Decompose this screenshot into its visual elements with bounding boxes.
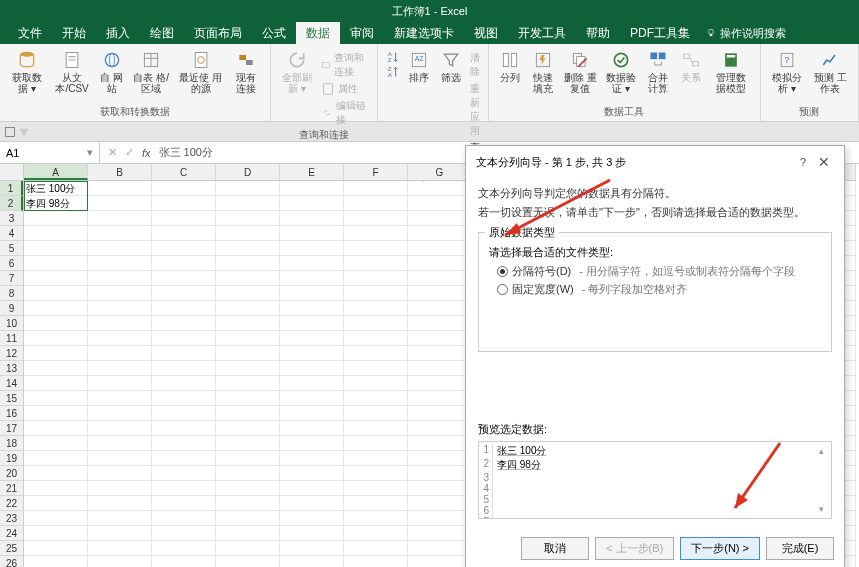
cell[interactable]: [24, 526, 88, 541]
cell[interactable]: [280, 226, 344, 241]
data-validation-button[interactable]: 数据验 证 ▾: [602, 48, 640, 96]
cell[interactable]: [280, 526, 344, 541]
refresh-all-button[interactable]: 全部刷新 ▾: [277, 48, 318, 128]
scroll-down-icon[interactable]: ▾: [819, 504, 829, 514]
select-all-corner[interactable]: [0, 164, 24, 181]
cell[interactable]: [344, 226, 408, 241]
consolidate-button[interactable]: 合并计算: [642, 48, 673, 96]
cell[interactable]: [152, 361, 216, 376]
row-header-18[interactable]: 18: [0, 436, 23, 451]
cell[interactable]: [408, 226, 472, 241]
cell[interactable]: [24, 451, 88, 466]
cell[interactable]: [408, 466, 472, 481]
cell[interactable]: [88, 241, 152, 256]
cell[interactable]: [152, 316, 216, 331]
cell[interactable]: [280, 376, 344, 391]
sort-desc-icon[interactable]: ZA: [386, 65, 400, 79]
cell[interactable]: [216, 316, 280, 331]
cell[interactable]: [408, 421, 472, 436]
cell[interactable]: [152, 376, 216, 391]
remove-dup-button[interactable]: 删除 重复值: [560, 48, 600, 96]
cell[interactable]: [152, 436, 216, 451]
cell[interactable]: [24, 511, 88, 526]
cell[interactable]: 张三 100分: [24, 181, 88, 196]
cell[interactable]: [24, 346, 88, 361]
cell[interactable]: [24, 211, 88, 226]
cell[interactable]: [24, 361, 88, 376]
tab-file[interactable]: 文件: [8, 22, 52, 44]
filter-button[interactable]: 筛选: [436, 48, 466, 170]
cell[interactable]: [280, 496, 344, 511]
cell[interactable]: [152, 256, 216, 271]
cell[interactable]: [216, 211, 280, 226]
cell[interactable]: 李四 98分: [24, 196, 88, 211]
cell[interactable]: [152, 391, 216, 406]
cell[interactable]: [216, 331, 280, 346]
cell[interactable]: [24, 271, 88, 286]
cell[interactable]: [24, 481, 88, 496]
recent-sources-button[interactable]: 最近使 用的源: [176, 48, 226, 96]
col-header-e[interactable]: E: [280, 164, 344, 180]
cell[interactable]: [408, 301, 472, 316]
cell[interactable]: [24, 331, 88, 346]
cell[interactable]: [216, 286, 280, 301]
cell[interactable]: [88, 316, 152, 331]
cell[interactable]: [408, 211, 472, 226]
cell[interactable]: [344, 511, 408, 526]
row-header-9[interactable]: 9: [0, 301, 23, 316]
cell[interactable]: [88, 421, 152, 436]
cancel-button[interactable]: 取消: [521, 537, 589, 560]
cell[interactable]: [344, 301, 408, 316]
accept-icon[interactable]: ✓: [125, 146, 134, 159]
cell[interactable]: [24, 406, 88, 421]
tab-draw[interactable]: 绘图: [140, 22, 184, 44]
cell[interactable]: [344, 361, 408, 376]
cell[interactable]: [216, 301, 280, 316]
cell[interactable]: [88, 451, 152, 466]
cell[interactable]: [344, 331, 408, 346]
tab-review[interactable]: 审阅: [340, 22, 384, 44]
row-header-15[interactable]: 15: [0, 391, 23, 406]
cell[interactable]: [408, 196, 472, 211]
cell[interactable]: [280, 196, 344, 211]
row-header-4[interactable]: 4: [0, 226, 23, 241]
cell[interactable]: [88, 226, 152, 241]
cell[interactable]: [24, 436, 88, 451]
cell[interactable]: [152, 181, 216, 196]
cell[interactable]: [280, 451, 344, 466]
cell[interactable]: [280, 286, 344, 301]
cell[interactable]: [344, 391, 408, 406]
cell[interactable]: [216, 346, 280, 361]
col-header-g[interactable]: G: [408, 164, 472, 180]
tab-insert[interactable]: 插入: [96, 22, 140, 44]
from-range-button[interactable]: 自表 格/区域: [129, 48, 174, 96]
cell[interactable]: [88, 526, 152, 541]
cell[interactable]: [344, 286, 408, 301]
cell[interactable]: [88, 556, 152, 567]
tab-layout[interactable]: 页面布局: [184, 22, 252, 44]
cell[interactable]: [216, 376, 280, 391]
col-header-b[interactable]: B: [88, 164, 152, 180]
get-data-button[interactable]: 获取数 据 ▾: [6, 48, 47, 96]
cancel-icon[interactable]: ✕: [108, 146, 117, 159]
cell[interactable]: [408, 406, 472, 421]
cell[interactable]: [152, 526, 216, 541]
cell[interactable]: [216, 391, 280, 406]
cell[interactable]: [88, 331, 152, 346]
cell[interactable]: [88, 346, 152, 361]
cell[interactable]: [88, 481, 152, 496]
row-header-19[interactable]: 19: [0, 451, 23, 466]
cell[interactable]: [216, 541, 280, 556]
cell[interactable]: [344, 376, 408, 391]
cell[interactable]: [24, 301, 88, 316]
cell[interactable]: [408, 376, 472, 391]
cell[interactable]: [408, 316, 472, 331]
cell[interactable]: [216, 421, 280, 436]
cell[interactable]: [280, 211, 344, 226]
cell[interactable]: [280, 316, 344, 331]
tab-help[interactable]: 帮助: [576, 22, 620, 44]
cell[interactable]: [88, 436, 152, 451]
cell[interactable]: [216, 481, 280, 496]
row-header-1[interactable]: 1: [0, 181, 23, 196]
cell[interactable]: [344, 406, 408, 421]
